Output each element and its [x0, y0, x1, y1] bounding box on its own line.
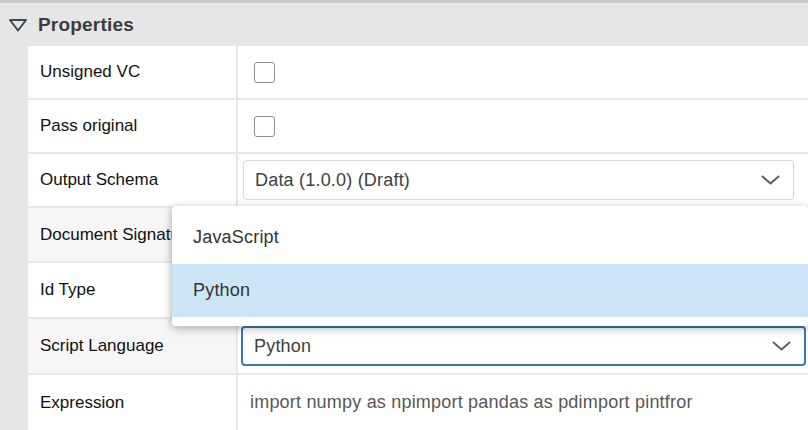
- collapse-triangle-icon[interactable]: [8, 17, 28, 33]
- script-language-dropdown-menu: JavaScript Python: [172, 206, 808, 326]
- row-script-language: Script Language Python: [28, 319, 808, 375]
- row-expression: Expression import numpy as npimport pand…: [28, 375, 808, 430]
- left-gutter: [0, 46, 28, 430]
- pass-original-checkbox[interactable]: [254, 116, 275, 137]
- label-output-schema: Output Schema: [28, 154, 238, 206]
- dropdown-option-javascript[interactable]: JavaScript: [172, 211, 808, 264]
- chevron-down-icon: [772, 341, 791, 352]
- row-pass-original: Pass original: [28, 100, 808, 154]
- properties-panel: Properties Unsigned VC Pass original Out…: [0, 0, 808, 430]
- dropdown-option-python[interactable]: Python: [172, 264, 808, 317]
- unsigned-vc-checkbox[interactable]: [254, 62, 275, 83]
- value-unsigned-vc: [238, 46, 808, 98]
- chevron-down-icon: [761, 175, 780, 186]
- row-unsigned-vc: Unsigned VC: [28, 46, 808, 100]
- value-output-schema: Data (1.0.0) (Draft): [238, 154, 808, 206]
- label-unsigned-vc: Unsigned VC: [28, 46, 238, 98]
- properties-header[interactable]: Properties: [0, 0, 808, 46]
- label-pass-original: Pass original: [28, 100, 238, 152]
- row-output-schema: Output Schema Data (1.0.0) (Draft): [28, 154, 808, 208]
- value-pass-original: [238, 100, 808, 152]
- script-language-select[interactable]: Python: [241, 326, 806, 366]
- output-schema-value: Data (1.0.0) (Draft): [255, 170, 410, 191]
- value-script-language: Python: [238, 319, 808, 373]
- output-schema-select[interactable]: Data (1.0.0) (Draft): [243, 160, 794, 200]
- label-script-language: Script Language: [28, 319, 238, 373]
- panel-title: Properties: [38, 14, 134, 36]
- label-expression: Expression: [28, 375, 238, 430]
- script-language-value: Python: [254, 336, 311, 357]
- value-expression: import numpy as npimport pandas as pdimp…: [238, 375, 808, 430]
- expression-input[interactable]: import numpy as npimport pandas as pdimp…: [238, 392, 808, 413]
